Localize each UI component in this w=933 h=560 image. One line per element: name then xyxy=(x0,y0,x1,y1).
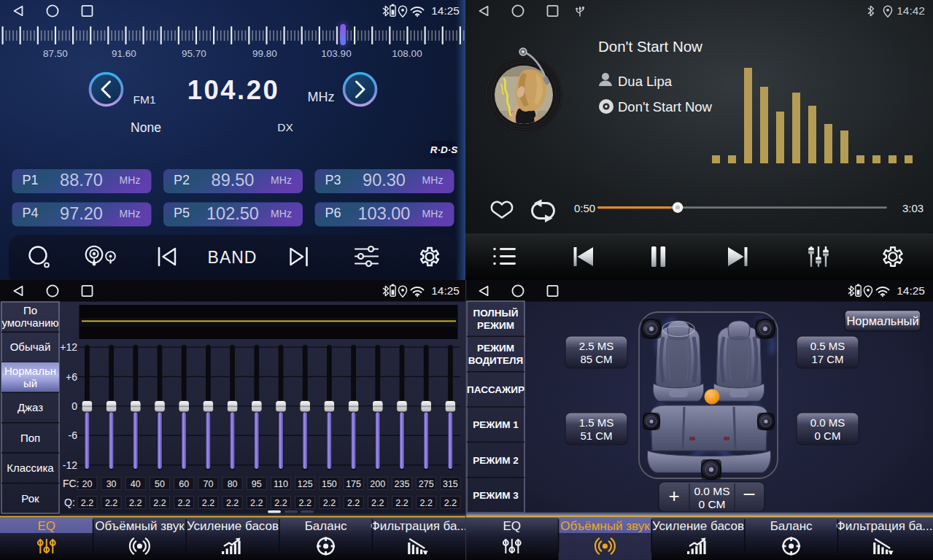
svg-text:MHz: MHz xyxy=(120,174,141,186)
svg-text:По: По xyxy=(23,304,37,316)
svg-text:R·D·S: R·D·S xyxy=(430,144,458,155)
svg-text:2.2: 2.2 xyxy=(178,498,190,508)
svg-text:ый: ый xyxy=(23,377,37,389)
svg-text:P3: P3 xyxy=(325,173,341,187)
svg-text:2.2: 2.2 xyxy=(105,498,117,508)
svg-text:MHz: MHz xyxy=(120,208,141,219)
svg-text:ПОЛНЫЙ: ПОЛНЫЙ xyxy=(473,308,518,319)
svg-text:Объёмный звук: Объёмный звук xyxy=(560,519,650,533)
svg-text:P2: P2 xyxy=(174,173,190,187)
svg-text:3:03: 3:03 xyxy=(902,202,924,214)
svg-text:40: 40 xyxy=(131,479,141,489)
svg-text:Нормальн: Нормальн xyxy=(4,365,56,377)
svg-text:2.2: 2.2 xyxy=(371,498,384,508)
svg-text:17 CM: 17 CM xyxy=(811,353,843,365)
svg-text:Dua Lipa: Dua Lipa xyxy=(618,74,673,89)
svg-text:MHz: MHz xyxy=(308,90,335,104)
svg-text:РЕЖИМ 2: РЕЖИМ 2 xyxy=(473,455,518,466)
svg-text:Нормальный: Нормальный xyxy=(846,314,918,327)
svg-text:88.70: 88.70 xyxy=(60,171,103,190)
svg-text:97.20: 97.20 xyxy=(60,204,103,223)
svg-text:0.0 MS: 0.0 MS xyxy=(694,485,729,497)
svg-text:+12: +12 xyxy=(60,341,77,353)
svg-text:РЕЖИМ: РЕЖИМ xyxy=(477,320,514,331)
svg-text:2.2: 2.2 xyxy=(202,498,214,508)
svg-text:Поп: Поп xyxy=(20,432,40,444)
svg-text:275: 275 xyxy=(419,479,434,489)
svg-text:Фильтрация ба...: Фильтрация ба... xyxy=(371,519,465,533)
svg-text:85 CM: 85 CM xyxy=(580,353,612,365)
svg-text:0 CM: 0 CM xyxy=(698,498,725,510)
svg-text:РЕЖИМ 1: РЕЖИМ 1 xyxy=(473,419,519,430)
svg-text:14:25: 14:25 xyxy=(897,284,925,297)
svg-text:Классика: Классика xyxy=(7,462,54,474)
svg-text:2.2: 2.2 xyxy=(323,498,336,508)
svg-text:14:25: 14:25 xyxy=(431,284,460,297)
svg-text:2.2: 2.2 xyxy=(250,498,263,508)
svg-text:P6: P6 xyxy=(325,206,341,220)
svg-text:103.00: 103.00 xyxy=(358,204,411,223)
svg-text:0.5 MS: 0.5 MS xyxy=(810,340,845,352)
svg-text:235: 235 xyxy=(395,479,410,489)
svg-text:2.2: 2.2 xyxy=(420,498,433,508)
svg-text:-6: -6 xyxy=(69,429,78,441)
svg-text:99.80: 99.80 xyxy=(252,48,277,59)
svg-text:2.2: 2.2 xyxy=(444,498,457,508)
svg-text:0:50: 0:50 xyxy=(574,202,595,214)
svg-text:P4: P4 xyxy=(22,206,38,220)
svg-text:None: None xyxy=(131,120,161,135)
svg-text:+: + xyxy=(668,485,679,507)
svg-text:Джаз: Джаз xyxy=(18,401,43,413)
svg-text:Don't Start Now: Don't Start Now xyxy=(618,99,713,114)
svg-text:2.2: 2.2 xyxy=(81,498,93,508)
svg-text:108.00: 108.00 xyxy=(392,48,422,59)
svg-text:150: 150 xyxy=(322,479,337,489)
svg-text:87.50: 87.50 xyxy=(43,48,68,59)
svg-text:Q:: Q: xyxy=(64,497,75,508)
svg-text:102.50: 102.50 xyxy=(206,204,259,223)
svg-text:Баланс: Баланс xyxy=(305,519,347,533)
svg-text:MHz: MHz xyxy=(422,174,444,186)
svg-text:Усиление басов: Усиление басов xyxy=(652,519,744,533)
svg-text:2.2: 2.2 xyxy=(347,498,360,508)
svg-text:MHz: MHz xyxy=(271,208,292,219)
svg-text:315: 315 xyxy=(443,479,458,489)
svg-text:95.70: 95.70 xyxy=(182,48,206,59)
svg-text:103.90: 103.90 xyxy=(321,48,351,59)
svg-text:BAND: BAND xyxy=(208,248,258,267)
svg-text:95: 95 xyxy=(252,479,262,489)
svg-text:0 CM: 0 CM xyxy=(815,429,841,442)
svg-text:умолчанию: умолчанию xyxy=(1,316,58,329)
svg-text:ПАССАЖИР: ПАССАЖИР xyxy=(467,384,524,395)
svg-text:14:25: 14:25 xyxy=(431,4,460,17)
svg-text:2.2: 2.2 xyxy=(299,498,311,508)
svg-text:P5: P5 xyxy=(174,206,190,220)
svg-text:104.20: 104.20 xyxy=(187,75,280,105)
svg-text:175: 175 xyxy=(346,479,361,489)
svg-text:РЕЖИМ 3: РЕЖИМ 3 xyxy=(473,490,519,501)
svg-text:1.5 MS: 1.5 MS xyxy=(579,416,614,429)
svg-text:Объёмный звук: Объёмный звук xyxy=(95,519,185,533)
svg-text:FC:: FC: xyxy=(63,478,80,489)
svg-text:90.30: 90.30 xyxy=(363,171,406,190)
svg-text:Рок: Рок xyxy=(21,492,39,505)
svg-text:MHz: MHz xyxy=(271,174,292,186)
svg-text:89.50: 89.50 xyxy=(212,171,255,190)
svg-text:51 CM: 51 CM xyxy=(580,429,612,442)
svg-text:РЕЖИМ: РЕЖИМ xyxy=(477,343,514,354)
svg-text:2.2: 2.2 xyxy=(129,498,142,508)
svg-text:+6: +6 xyxy=(66,371,77,383)
svg-text:20: 20 xyxy=(82,479,92,489)
svg-text:MHz: MHz xyxy=(422,208,444,219)
svg-text:60: 60 xyxy=(179,479,189,489)
svg-text:91.60: 91.60 xyxy=(112,48,136,59)
svg-text:50: 50 xyxy=(155,479,165,489)
svg-text:14:42: 14:42 xyxy=(897,4,925,17)
svg-text:80: 80 xyxy=(228,479,238,489)
svg-text:200: 200 xyxy=(370,479,385,489)
svg-text:2.2: 2.2 xyxy=(226,498,239,508)
svg-text:70: 70 xyxy=(203,479,213,489)
svg-text:125: 125 xyxy=(298,479,313,489)
svg-text:EQ: EQ xyxy=(38,519,56,533)
svg-text:110: 110 xyxy=(274,479,288,489)
